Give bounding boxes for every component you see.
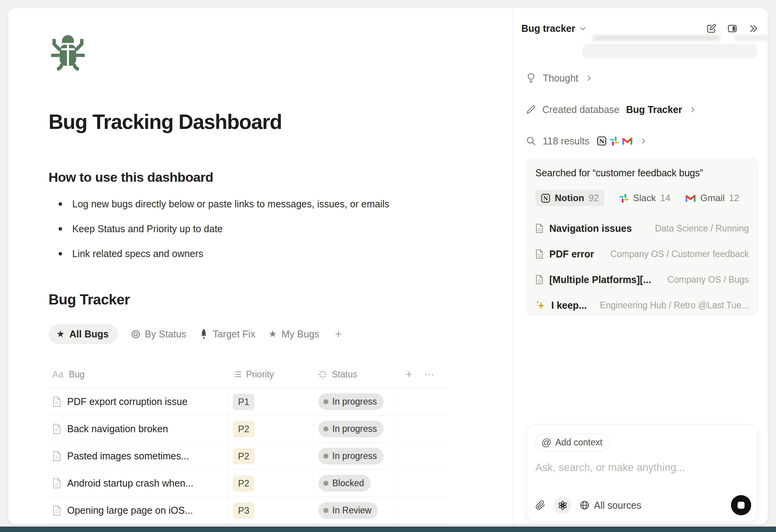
status-dot bbox=[323, 508, 328, 513]
slack-icon bbox=[609, 136, 619, 146]
bug-logo-icon bbox=[49, 30, 87, 71]
bug-title[interactable]: PDF export corruption issue bbox=[67, 396, 187, 407]
bug-title[interactable]: Opening large page on iOS... bbox=[67, 505, 193, 516]
view-tab-by-status[interactable]: By Status bbox=[131, 329, 186, 340]
status-tag[interactable]: In progress bbox=[318, 448, 384, 464]
ai-side-panel: Bug tracker bbox=[513, 8, 768, 524]
status-burst-icon bbox=[318, 370, 327, 379]
result-row[interactable]: PDF error Company OS / Customer feedback bbox=[535, 241, 749, 267]
lightbulb-icon bbox=[526, 73, 536, 83]
add-context-button[interactable]: @ Add context bbox=[535, 433, 610, 452]
all-sources-button[interactable]: All sources bbox=[580, 500, 641, 511]
status-tag[interactable]: Blocked bbox=[318, 475, 371, 492]
column-header-status[interactable]: Status bbox=[314, 369, 399, 380]
ai-composer: @ Add context bbox=[526, 424, 758, 522]
notion-icon: N bbox=[541, 193, 550, 203]
gmail-icon bbox=[622, 137, 633, 145]
help-bullet: Keep Status and Priority up to date bbox=[49, 222, 501, 235]
add-view-button[interactable]: + bbox=[335, 327, 342, 341]
column-header-priority[interactable]: Priority bbox=[228, 369, 314, 380]
thought-step[interactable]: Thought bbox=[526, 70, 759, 86]
stop-icon bbox=[738, 502, 745, 509]
table-row[interactable]: Android startup crash when... P2 Blocked bbox=[49, 469, 448, 497]
page-icon bbox=[535, 223, 543, 233]
tracker-heading: Bug Tracker bbox=[49, 291, 501, 309]
page-icon bbox=[535, 249, 543, 259]
status-tag[interactable]: In progress bbox=[318, 421, 384, 437]
model-selector-button[interactable] bbox=[554, 496, 571, 514]
bug-title[interactable]: Pasted images sometimes... bbox=[67, 450, 189, 462]
source-tabs: N Notion 92 Slack 14 Gmail 1 bbox=[535, 190, 749, 206]
result-list: Navigation issues Data Science / Running… bbox=[535, 216, 749, 318]
svg-text:N: N bbox=[599, 138, 605, 145]
help-bullet-list: Log new bugs directly below or paste lin… bbox=[49, 197, 501, 260]
page-icon bbox=[52, 424, 61, 434]
source-tab-gmail[interactable]: Gmail 12 bbox=[685, 193, 739, 203]
result-row[interactable]: Navigation issues Data Science / Running bbox=[535, 216, 749, 241]
view-tab-my-bugs[interactable]: ★ My Bugs bbox=[269, 329, 319, 340]
bug-title[interactable]: Back navigation broken bbox=[67, 423, 168, 435]
result-row[interactable]: I keep... Engineering Hub / Retro @Last … bbox=[535, 292, 749, 318]
workspace-card: Bug Tracking Dashboard How to use this d… bbox=[8, 8, 768, 524]
priority-tag[interactable]: P3 bbox=[233, 502, 254, 519]
table-row[interactable]: Pasted images sometimes... P2 In progres… bbox=[49, 442, 448, 469]
attachment-icon[interactable] bbox=[535, 500, 545, 510]
source-tab-notion[interactable]: N Notion 92 bbox=[535, 190, 604, 206]
chevron-right-icon bbox=[640, 138, 647, 144]
table-row-partial[interactable] bbox=[49, 524, 448, 524]
search-results-step[interactable]: 118 results N bbox=[526, 133, 759, 149]
new-chat-icon[interactable] bbox=[706, 23, 717, 34]
table-header: Aa Bug Priority bbox=[49, 361, 448, 388]
status-tag[interactable]: In Review bbox=[318, 502, 378, 519]
panel-toggle-icon[interactable] bbox=[727, 23, 738, 34]
openai-icon bbox=[557, 500, 568, 511]
collapse-panel-icon[interactable] bbox=[748, 23, 759, 34]
table-row[interactable]: Back navigation broken P2 In progress bbox=[49, 415, 448, 442]
panel-header: Bug tracker bbox=[521, 20, 759, 37]
star-icon: ★ bbox=[269, 329, 277, 339]
table-row[interactable]: PDF export corruption issue P1 In progre… bbox=[49, 388, 448, 415]
page-title: Bug Tracking Dashboard bbox=[49, 110, 501, 134]
faded-scroll-remnant bbox=[582, 35, 758, 64]
page-icon bbox=[52, 396, 61, 407]
table-more-button[interactable]: ⋯ bbox=[424, 369, 435, 380]
chevron-right-icon bbox=[586, 75, 592, 82]
panel-title[interactable]: Bug tracker bbox=[521, 23, 575, 34]
priority-tag[interactable]: P2 bbox=[233, 448, 254, 464]
ai-prompt-input[interactable] bbox=[535, 462, 749, 474]
at-icon: @ bbox=[542, 437, 551, 448]
priority-tag[interactable]: P2 bbox=[233, 421, 254, 437]
bug-title[interactable]: Android startup crash when... bbox=[67, 478, 193, 489]
search-icon bbox=[526, 136, 536, 146]
status-tag[interactable]: In progress bbox=[318, 393, 384, 410]
star-icon: ★ bbox=[56, 329, 65, 339]
view-tab-all-bugs[interactable]: ★ All Bugs bbox=[49, 324, 118, 344]
page-icon bbox=[52, 505, 61, 516]
view-tab-target-fix[interactable]: Target Fix bbox=[200, 329, 255, 340]
rocket-icon bbox=[200, 329, 208, 339]
document-area: Bug Tracking Dashboard How to use this d… bbox=[8, 8, 513, 524]
source-tab-slack[interactable]: Slack 14 bbox=[619, 193, 670, 203]
column-header-bug[interactable]: Aa Bug bbox=[49, 369, 228, 380]
help-bullet: Log new bugs directly below or paste lin… bbox=[49, 197, 501, 210]
status-dot bbox=[323, 454, 328, 459]
table-row[interactable]: Opening large page on iOS... P3 In Revie… bbox=[49, 497, 448, 524]
chevron-right-icon bbox=[689, 106, 696, 113]
created-database-step[interactable]: Created database Bug Tracker bbox=[526, 102, 759, 117]
target-icon bbox=[131, 330, 140, 339]
add-column-button[interactable]: + bbox=[406, 369, 412, 380]
search-results-card: Searched for “customer feedback bugs” N … bbox=[526, 158, 758, 315]
priority-tag[interactable]: P2 bbox=[233, 475, 254, 492]
chevron-down-icon[interactable] bbox=[579, 25, 587, 32]
result-row[interactable]: [Multiple Platforms][... Company OS / Bu… bbox=[535, 267, 749, 292]
stop-generating-button[interactable] bbox=[731, 495, 751, 515]
status-dot bbox=[323, 481, 328, 486]
bottom-progress-bar bbox=[0, 527, 776, 532]
slack-icon bbox=[619, 193, 629, 203]
gmail-icon bbox=[685, 194, 696, 202]
created-database-target: Bug Tracker bbox=[626, 104, 682, 115]
sparkles-icon bbox=[535, 300, 545, 310]
app-window: Bug Tracking Dashboard How to use this d… bbox=[0, 0, 776, 532]
priority-tag[interactable]: P1 bbox=[233, 394, 254, 410]
globe-icon bbox=[580, 500, 590, 510]
